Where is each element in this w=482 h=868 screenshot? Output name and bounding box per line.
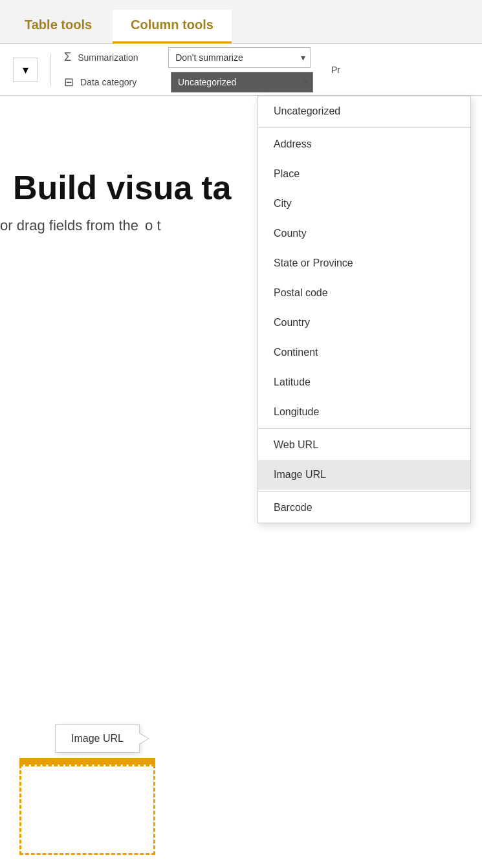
summarization-select-wrapper: Don't summarize	[168, 47, 311, 68]
data-category-dropdown: Uncategorized Address Place City County …	[257, 96, 471, 523]
tab-bar: Table tools Column tools	[0, 0, 482, 44]
tab-column-tools[interactable]: Column tools	[113, 10, 232, 43]
toolbar-partial-text: Pr	[331, 65, 340, 75]
tab-column-tools-label: Column tools	[131, 17, 214, 32]
chevron-down-icon: ▾	[23, 63, 28, 77]
dropdown-item-latitude[interactable]: Latitude	[258, 367, 470, 397]
tooltip-arrow	[139, 733, 148, 744]
dropdown-sep-1	[258, 127, 470, 128]
data-category-row: ⊟ Data category Uncategorized	[64, 72, 313, 92]
summarization-select[interactable]: Don't summarize	[168, 47, 311, 68]
dropdown-item-image-url[interactable]: Image URL	[258, 460, 470, 490]
dropdown-item-county[interactable]: County	[258, 219, 470, 248]
dropdown-sep-2	[258, 428, 470, 429]
expand-button[interactable]: ▾	[13, 58, 38, 82]
dropdown-item-continent[interactable]: Continent	[258, 338, 470, 367]
summarization-label: Summarization	[78, 52, 162, 63]
toolbar-controls: Σ Summarization Don't summarize ⊟ Data c…	[64, 47, 313, 92]
dropdown-item-longitude[interactable]: Longitude	[258, 397, 470, 427]
dropdown-item-state-province[interactable]: State or Province	[258, 248, 470, 278]
image-url-tooltip-label: Image URL	[71, 733, 124, 744]
tab-table-tools[interactable]: Table tools	[6, 10, 110, 43]
illustration-box	[19, 765, 155, 855]
dropdown-item-uncategorized[interactable]: Uncategorized	[258, 96, 470, 126]
dropdown-item-place[interactable]: Place	[258, 159, 470, 189]
dropdown-item-postal-code[interactable]: Postal code	[258, 278, 470, 308]
illustration-bar	[19, 758, 155, 765]
dropdown-sep-3	[258, 491, 470, 492]
dropdown-item-address[interactable]: Address	[258, 129, 470, 159]
toolbar: ▾ Σ Summarization Don't summarize ⊟ Data…	[0, 44, 482, 96]
illustration-bottom	[19, 758, 155, 855]
dropdown-item-country[interactable]: Country	[258, 308, 470, 338]
toolbar-separator	[50, 54, 51, 86]
dropdown-item-barcode[interactable]: Barcode	[258, 493, 470, 523]
dropdown-item-city[interactable]: City	[258, 189, 470, 219]
data-category-icon: ⊟	[64, 75, 74, 89]
data-category-select-wrapper: Uncategorized	[171, 72, 313, 92]
tab-table-tools-label: Table tools	[25, 17, 92, 32]
data-category-select[interactable]: Uncategorized	[171, 72, 313, 92]
image-url-tooltip: Image URL	[55, 724, 140, 753]
data-category-label: Data category	[80, 77, 164, 87]
summarization-row: Σ Summarization Don't summarize	[64, 47, 313, 68]
dropdown-item-web-url[interactable]: Web URL	[258, 430, 470, 460]
sigma-icon: Σ	[64, 50, 71, 64]
